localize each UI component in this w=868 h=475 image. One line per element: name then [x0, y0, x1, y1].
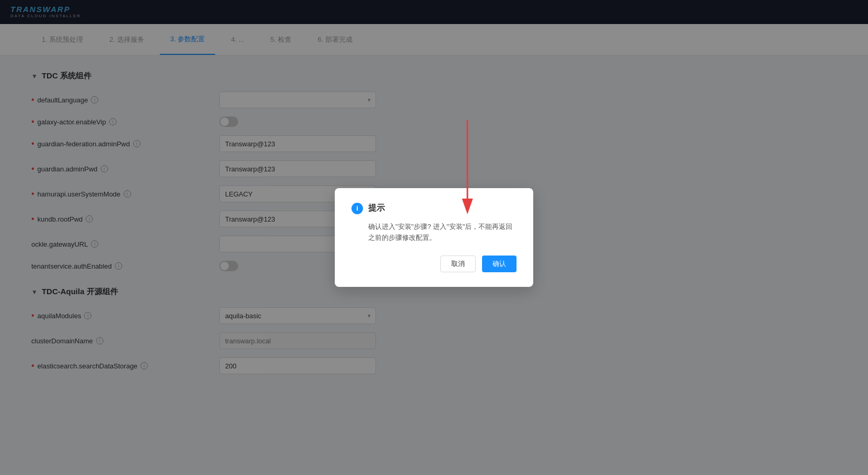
dialog-message-line2: 之前的步骤修改配置。: [368, 234, 436, 241]
dialog-message-line1: 确认进入"安装"步骤? 进入"安装"后，不能再返回: [368, 223, 512, 230]
dialog-header: i 提示: [351, 203, 517, 214]
confirm-button[interactable]: 确认: [482, 256, 517, 272]
dialog-info-icon: i: [351, 203, 363, 214]
confirm-dialog: i 提示 确认进入"安装"步骤? 进入"安装"后，不能再返回 之前的步骤修改配置…: [335, 188, 533, 287]
dialog-title: 提示: [368, 203, 385, 214]
modal-overlay: i 提示 确认进入"安装"步骤? 进入"安装"后，不能再返回 之前的步骤修改配置…: [0, 0, 868, 475]
cancel-button[interactable]: 取消: [440, 256, 476, 272]
dialog-body: 确认进入"安装"步骤? 进入"安装"后，不能再返回 之前的步骤修改配置。: [351, 222, 517, 244]
dialog-footer: 取消 确认: [351, 256, 517, 272]
